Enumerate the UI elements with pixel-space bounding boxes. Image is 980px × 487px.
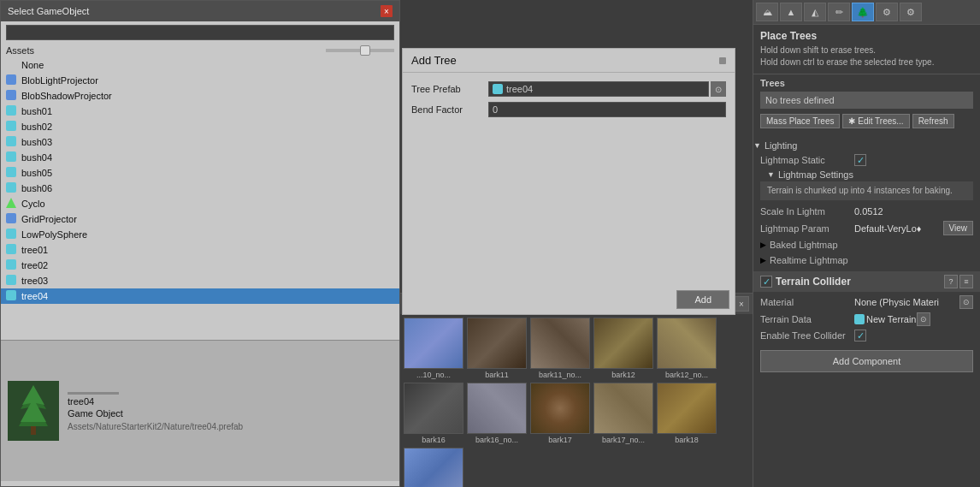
texture-item[interactable]: bark16_no... — [467, 383, 527, 444]
bend-field[interactable]: 0 — [488, 102, 726, 117]
collider-mini-buttons: ? ≡ — [944, 275, 973, 288]
assets-label: Assets — [6, 45, 34, 56]
prefab-icon — [493, 84, 503, 94]
baked-label: Baked Lightmap — [770, 240, 864, 250]
terrain-data-icon — [854, 314, 865, 324]
close-button[interactable]: × — [381, 5, 393, 17]
texture-item[interactable]: bark16 — [404, 383, 463, 444]
asset-item-icon — [6, 167, 18, 179]
mass-place-button[interactable]: Mass Place Trees — [760, 114, 840, 128]
tool-btn-valley[interactable]: ◭ — [804, 3, 826, 21]
scale-value: 0.0512 — [854, 206, 973, 217]
texture-item[interactable]: bark11 — [467, 318, 527, 379]
prefab-field[interactable]: tree04 — [488, 81, 709, 97]
zoom-slider-track[interactable] — [326, 49, 394, 52]
baked-row: ▶ Baked Lightmap — [753, 237, 980, 252]
enable-tree-checkbox[interactable]: ✓ — [854, 330, 866, 341]
asset-item-label: bush04 — [21, 152, 52, 163]
asset-item[interactable]: LowPolySphere — [1, 227, 399, 242]
preview-info: tree04 Game Object Assets/NatureStarterK… — [68, 389, 243, 433]
asset-item-icon — [6, 290, 18, 302]
prefab-pick-button[interactable]: ⊙ — [711, 81, 726, 97]
bend-value: 0 — [493, 104, 498, 115]
texture-item[interactable]: bark17_no... — [593, 383, 653, 444]
search-input[interactable] — [6, 25, 394, 40]
asset-item[interactable]: bush04 — [1, 150, 399, 165]
lighting-header[interactable]: ▼ Lighting — [753, 139, 980, 152]
asset-item[interactable]: bush02 — [1, 119, 399, 134]
tool-btn-pencil[interactable]: ✏ — [828, 3, 850, 21]
add-btn-row: Add — [403, 285, 735, 314]
asset-item[interactable]: BlobShadowProjector — [1, 88, 399, 104]
view-button[interactable]: View — [943, 221, 974, 235]
asset-item-icon — [6, 229, 18, 241]
asset-item[interactable]: None — [1, 57, 399, 73]
lightmap-settings-header[interactable]: ▼ Lightmap Settings — [753, 168, 980, 181]
asset-item-icon — [6, 275, 18, 287]
material-pick-btn[interactable]: ⊙ — [959, 295, 973, 309]
texture-item[interactable]: bark11_no... — [530, 318, 590, 379]
asset-item[interactable]: bush05 — [1, 165, 399, 181]
asset-item[interactable]: Cyclo — [1, 196, 399, 211]
asset-item[interactable]: tree02 — [1, 258, 399, 273]
refresh-button[interactable]: Refresh — [912, 114, 954, 128]
tool-btn-mountain[interactable]: ⛰ — [756, 3, 778, 21]
terrain-data-field: New Terrain — [854, 314, 917, 324]
lightmap-settings-arrow: ▼ — [767, 170, 775, 179]
edit-trees-button[interactable]: ✱ Edit Trees... — [842, 114, 909, 128]
texture-btn-3[interactable]: × — [734, 296, 749, 312]
terrain-data-pick-btn[interactable]: ⊙ — [917, 312, 930, 326]
tool-btn-hill[interactable]: ▲ — [780, 3, 802, 21]
texture-thumb — [404, 383, 463, 434]
assets-header: Assets — [1, 44, 399, 57]
place-trees-desc: Hold down shift to erase trees.Hold down… — [760, 45, 973, 68]
collider-btn-1[interactable]: ? — [944, 275, 958, 288]
lightmap-param-value: Default-VeryLo♦ — [854, 223, 943, 234]
asset-item[interactable]: GridProjector — [1, 211, 399, 227]
asset-item-label: None — [21, 60, 44, 70]
asset-item[interactable]: tree04 — [1, 288, 399, 304]
zoom-slider-thumb[interactable] — [360, 45, 370, 56]
tool-btn-gear[interactable]: ⚙ — [900, 3, 922, 21]
add-button[interactable]: Add — [676, 290, 729, 309]
tool-btn-settings[interactable]: ⚙ — [876, 3, 898, 21]
asset-item[interactable]: bush01 — [1, 104, 399, 119]
asset-list: NoneBlobLightProjectorBlobShadowProjecto… — [1, 57, 399, 340]
add-component-button[interactable]: Add Component — [760, 350, 973, 372]
collider-btn-2[interactable]: ≡ — [959, 275, 973, 288]
texture-thumb — [467, 318, 527, 369]
add-tree-title: Add Tree — [411, 54, 457, 67]
tool-btn-trees[interactable]: 🌲 — [852, 3, 874, 21]
texture-item[interactable]: bark12_no... — [657, 318, 717, 379]
texture-item[interactable]: bark17 — [530, 383, 590, 444]
texture-item[interactable]: ...10_no... — [404, 318, 463, 379]
trees-buttons: Mass Place Trees ✱ Edit Trees... Refresh — [760, 114, 973, 128]
asset-item-label: BlobLightProjector — [21, 75, 98, 86]
asset-item[interactable]: bush03 — [1, 134, 399, 150]
asset-item-label: bush05 — [21, 168, 52, 178]
asset-item[interactable]: tree01 — [1, 242, 399, 258]
asset-item[interactable]: tree03 — [1, 273, 399, 288]
preview-type: Game Object — [68, 408, 243, 419]
asset-item[interactable]: bush06 — [1, 181, 399, 196]
bend-row: Bend Factor 0 — [411, 102, 726, 117]
texture-label: bark16 — [404, 436, 463, 444]
terrain-data-value: New Terrain — [866, 314, 917, 324]
terrain-collider-checkbox[interactable]: ✓ — [760, 276, 772, 288]
asset-item-label: BlobShadowProjector — [21, 91, 112, 101]
lightmap-param-label: Lightmap Param — [760, 223, 854, 234]
asset-item-label: tree03 — [21, 276, 48, 286]
dialog-titlebar: Select GameObject × — [1, 1, 399, 21]
texture-item[interactable]: ...blue — [404, 448, 463, 487]
asset-item-icon — [6, 74, 18, 86]
texture-item[interactable]: bark12 — [593, 318, 653, 379]
svg-marker-2 — [21, 385, 46, 422]
asset-item-icon — [6, 105, 18, 117]
asset-item[interactable]: BlobLightProjector — [1, 73, 399, 88]
asset-item-icon — [6, 90, 18, 102]
asset-item-icon — [6, 136, 18, 148]
lightmap-static-row: Lightmap Static ✓ — [753, 152, 980, 168]
lightmap-static-checkbox[interactable]: ✓ — [854, 154, 866, 166]
texture-item[interactable]: bark18 — [657, 383, 717, 444]
right-panel: ⛰ ▲ ◭ ✏ 🌲 ⚙ ⚙ Place Trees Hold down shif… — [753, 0, 980, 487]
